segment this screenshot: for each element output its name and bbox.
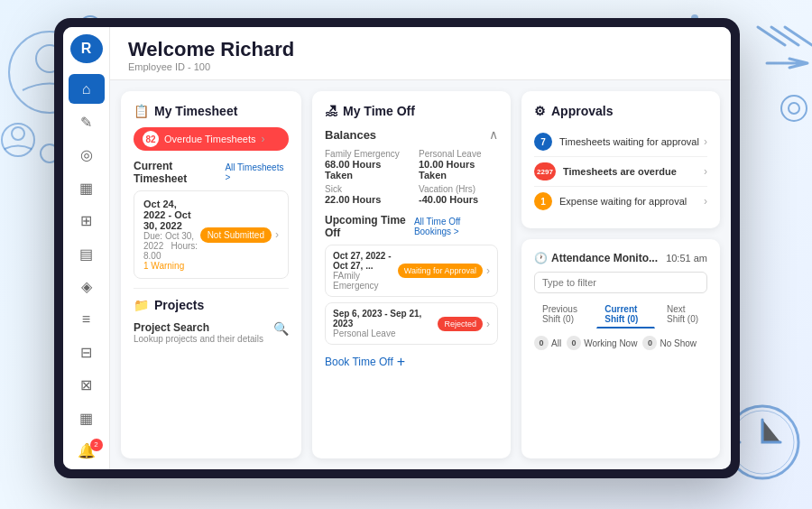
device-screen: R ⌂ ✎ ◎ ▦ ⊞ ▤ ◈ ≡ <box>63 27 731 469</box>
collapse-icon[interactable]: ∧ <box>489 127 498 142</box>
folder-icon: ▤ <box>79 245 93 263</box>
calendar-icon: ▦ <box>79 180 93 197</box>
svg-point-7 <box>781 96 807 121</box>
timesheet-entry-details: Oct 24, 2022 - Oct 30, 2022 Due: Oct 30,… <box>143 199 200 271</box>
count-all: 0 All <box>534 336 561 350</box>
blocks-icon: ⊠ <box>80 376 92 393</box>
sidebar-item-tag[interactable]: ◈ <box>69 272 105 301</box>
sidebar-item-home[interactable]: ⌂ <box>69 74 105 103</box>
all-timesheets-link[interactable]: All Timesheets > <box>225 162 289 182</box>
sidebar-item-edit[interactable]: ✎ <box>69 107 105 136</box>
chart-icon: ▦ <box>79 410 93 427</box>
entry-chevron-1: › <box>486 318 490 330</box>
project-search[interactable]: Project Search Lookup projects and their… <box>134 321 289 344</box>
timesheet-card: 📋 My Timesheet 82 Overdue Timesheets › C… <box>121 91 301 458</box>
approvals-card: ⚙ Approvals 7 Timesheets waiting for app… <box>521 91 720 228</box>
approvals-icon: ⚙ <box>534 104 546 118</box>
sidebar-item-blocks[interactable]: ⊠ <box>69 371 105 400</box>
count-no-show: 0 No Show <box>642 336 697 350</box>
sidebar-item-list[interactable]: ≡ <box>69 305 105 334</box>
attendance-counts: 0 All 0 Working Now 0 No Show <box>534 336 707 350</box>
time-off-entry-1-details: Sep 6, 2023 - Sep 21, 2023 Personal Leav… <box>333 309 438 338</box>
balance-grid: Family Emergency 68.00 Hours Taken Perso… <box>325 149 498 205</box>
book-label: Book Time Off <box>325 356 393 368</box>
balance-item-1: Personal Leave 10.00 Hours Taken <box>419 149 498 180</box>
all-bookings-link[interactable]: All Time Off Bookings > <box>414 217 498 236</box>
approval-item-2[interactable]: 1 Expense waiting for approval › <box>534 187 707 216</box>
attendance-filter[interactable] <box>534 272 707 293</box>
project-search-text: Project Search Lookup projects and their… <box>134 321 263 344</box>
timesheet-chevron: › <box>275 228 279 241</box>
timesheet-right: Not Submitted › <box>200 227 279 243</box>
sidebar-item-notifications[interactable]: 🔔 2 <box>69 437 105 466</box>
approval-chevron-0: › <box>704 135 707 148</box>
attendance-header: 🕐 Attendance Monito... 10:51 am <box>534 252 707 264</box>
header: Welcome Richard Employee ID - 100 <box>110 27 731 80</box>
folder-projects-icon: 📁 <box>134 298 149 312</box>
search-icon: 🔍 <box>273 321 289 336</box>
project-search-sub: Lookup projects and their details <box>134 334 263 344</box>
timesheet-due: Due: Oct 30, 2022 Hours: 8.00 <box>143 231 200 261</box>
overdue-banner[interactable]: 82 Overdue Timesheets › <box>134 127 289 151</box>
timesheet-entry[interactable]: Oct 24, 2022 - Oct 30, 2022 Due: Oct 30,… <box>134 190 289 279</box>
current-timesheet-header: Current Timesheet All Timesheets > <box>134 160 289 185</box>
balance-item-3: Vacation (Hrs) -40.00 Hours <box>419 184 498 205</box>
balance-item-2: Sick 22.00 Hours <box>325 184 404 205</box>
sidebar-item-users[interactable]: ◎ <box>69 140 105 169</box>
sidebar-item-table[interactable]: ⊟ <box>69 338 105 366</box>
approval-item-0[interactable]: 7 Timesheets waiting for approval › <box>534 127 707 157</box>
app-logo[interactable]: R <box>70 34 103 63</box>
overdue-chevron: › <box>262 133 265 145</box>
overdue-count: 82 <box>143 131 159 147</box>
users-icon: ◎ <box>80 146 93 163</box>
book-time-off-button[interactable]: Book Time Off + <box>325 354 498 370</box>
tag-icon: ◈ <box>81 278 92 295</box>
right-column: ⚙ Approvals 7 Timesheets waiting for app… <box>521 91 720 458</box>
approval-item-1[interactable]: 2297 Timesheets are overdue › <box>534 157 707 187</box>
tab-next-shift[interactable]: Next Shift (0) <box>659 301 707 329</box>
svg-point-5 <box>12 127 24 140</box>
sidebar: R ⌂ ✎ ◎ ▦ ⊞ ▤ ◈ ≡ <box>63 27 110 469</box>
timesheet-status: Not Submitted <box>200 227 272 243</box>
balances-header: Balances ∧ <box>325 127 498 142</box>
tab-previous-shift[interactable]: Previous Shift (0) <box>534 301 593 329</box>
cards-area: 📋 My Timesheet 82 Overdue Timesheets › C… <box>110 80 731 469</box>
attendance-title: 🕐 Attendance Monito... <box>534 252 658 264</box>
svg-point-10 <box>731 411 794 474</box>
approval-text-0: Timesheets waiting for approval <box>559 136 699 147</box>
home-icon: ⌂ <box>82 81 91 97</box>
projects-title: 📁 Projects <box>134 298 289 312</box>
rejected-badge: Rejected <box>438 317 483 331</box>
notification-badge: 2 <box>90 439 103 451</box>
divider <box>134 288 289 289</box>
approval-chevron-2: › <box>704 195 707 208</box>
approval-badge-0: 7 <box>534 133 552 151</box>
svg-point-4 <box>2 124 34 156</box>
approval-text-2: Expense waiting for approval <box>559 196 687 207</box>
balance-item-0: Family Emergency 68.00 Hours Taken <box>325 149 404 180</box>
sidebar-item-chart[interactable]: ▦ <box>69 403 105 432</box>
timesheet-icon: 📋 <box>134 104 149 118</box>
svg-point-8 <box>789 103 799 114</box>
sidebar-item-calendar[interactable]: ▦ <box>69 173 105 202</box>
edit-icon: ✎ <box>80 114 92 131</box>
upcoming-title: Upcoming Time Off <box>325 214 414 239</box>
attendance-time: 10:51 am <box>666 253 707 264</box>
approval-badge-1: 2297 <box>534 162 556 180</box>
balances-title: Balances <box>325 128 376 142</box>
time-off-card: 🏖 My Time Off Balances ∧ Family Emergenc… <box>312 91 511 458</box>
time-off-entry-0[interactable]: Oct 27, 2022 - Oct 27, ... FAmily Emerge… <box>325 245 498 297</box>
sidebar-item-folder[interactable]: ▤ <box>69 239 105 268</box>
plus-icon: + <box>397 354 405 370</box>
clock-icon: 🕐 <box>534 252 548 264</box>
approval-badge-2: 1 <box>534 192 552 210</box>
tab-current-shift[interactable]: Current Shift (0) <box>596 301 655 329</box>
timesheet-warning: 1 Warning <box>143 261 200 271</box>
employee-id: Employee ID - 100 <box>128 61 713 72</box>
approval-chevron-1: › <box>704 165 707 178</box>
upcoming-header: Upcoming Time Off All Time Off Bookings … <box>325 214 498 239</box>
sidebar-item-grid[interactable]: ⊞ <box>69 206 105 235</box>
approvals-title: ⚙ Approvals <box>534 104 707 118</box>
count-working-now: 0 Working Now <box>567 336 637 350</box>
time-off-entry-1[interactable]: Sep 6, 2023 - Sep 21, 2023 Personal Leav… <box>325 302 498 345</box>
